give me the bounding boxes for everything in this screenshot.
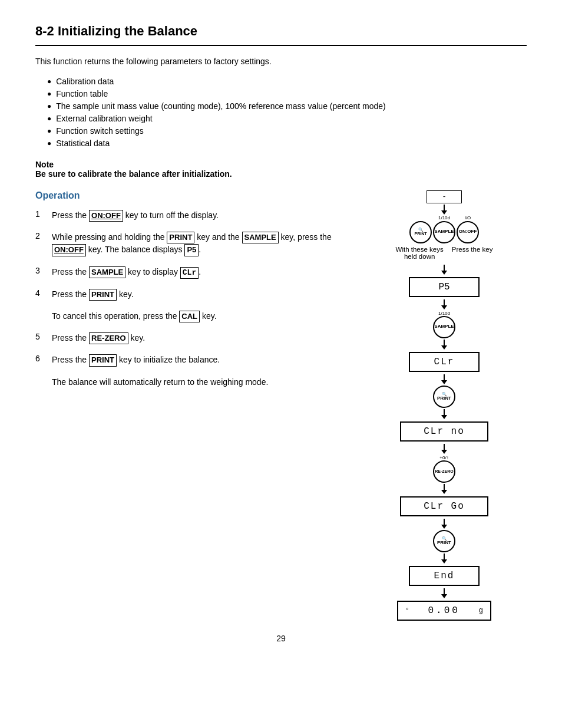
operation-right: - 🔍 PRINT 1/10d <box>362 190 527 622</box>
arrow-8 <box>441 484 447 494</box>
step-num-4: 4 <box>35 288 47 298</box>
operation-left: Operation 1 Press the ON:OFF key to turn… <box>35 190 350 622</box>
note-label: Note <box>35 160 527 169</box>
key-print-6: PRINT <box>89 354 117 366</box>
step-num-2: 2 <box>35 231 47 241</box>
onoff-key-circle: ON:OFF <box>457 221 479 243</box>
note-text: Be sure to calibrate the balance after i… <box>35 169 527 179</box>
arrow-7 <box>441 444 447 454</box>
sample-key-2-group: 1/10d SAMPLE <box>433 311 455 338</box>
degree-sym: ° <box>405 607 409 614</box>
list-item: Statistical data <box>47 139 527 148</box>
display-clr-no: CLr no <box>400 421 488 442</box>
key-print-4: PRINT <box>89 289 117 301</box>
key-onoff-2: ON:OFF <box>52 244 86 256</box>
sample-key-group: 1/10d SAMPLE <box>433 216 455 243</box>
step-text-6: Press the PRINT key to initialize the ba… <box>52 354 220 366</box>
bullet-list: Calibration data Function table The samp… <box>47 77 527 148</box>
step-5: 5 Press the RE-ZERO key. <box>35 332 350 344</box>
arrow-11 <box>441 588 447 598</box>
sample-key-2-label: SAMPLE <box>434 324 454 330</box>
step-6: 6 Press the PRINT key to initialize the … <box>35 354 350 366</box>
rezero-key-label: RE-ZERO <box>435 469 454 474</box>
arrow-1 <box>441 205 447 215</box>
key-sample-3: SAMPLE <box>89 266 125 278</box>
list-item: External calibration weight <box>47 114 527 123</box>
sample-key-circle: SAMPLE <box>433 221 455 243</box>
arrow-3 <box>441 299 447 309</box>
display-clr: CLr <box>180 267 199 279</box>
page-title: 8-2 Initializing the Balance <box>35 24 527 39</box>
step-num-5: 5 <box>35 332 47 341</box>
step-text-4: Press the PRINT key. <box>52 288 134 301</box>
step-text-2: While pressing and holding the PRINT key… <box>52 231 350 256</box>
caption-right: Press the key <box>452 246 493 260</box>
list-item: Function table <box>47 89 527 98</box>
display-p5-diagram: P5 <box>409 277 480 297</box>
rezero-key-group: +0/↑ RE-ZERO <box>433 455 455 483</box>
top-display-area: - 🔍 PRINT 1/10d <box>396 190 493 622</box>
unit-g: g <box>479 607 483 615</box>
note-section: Note Be sure to calibrate the balance af… <box>35 160 527 179</box>
arrow-6 <box>441 409 447 419</box>
key-onoff-1: ON:OFF <box>89 210 123 222</box>
print-key-2-circle: 🔍 PRINT <box>433 386 455 408</box>
page-number: 29 <box>35 634 527 643</box>
step-num-6: 6 <box>35 354 47 363</box>
print-key-label: PRINT <box>415 232 427 236</box>
operation-title: Operation <box>35 190 350 201</box>
step-text-5: Press the RE-ZERO key. <box>52 332 145 344</box>
key-cal: CAL <box>179 311 200 322</box>
key-sample-2: SAMPLE <box>242 232 279 243</box>
step-2: 2 While pressing and holding the PRINT k… <box>35 231 350 256</box>
display-p5: P5 <box>184 244 199 256</box>
small-display: - <box>427 190 462 203</box>
step-text-3: Press the SAMPLE key to display CLr. <box>52 266 201 279</box>
operation-section: Operation 1 Press the ON:OFF key to turn… <box>35 190 527 622</box>
arrow-5 <box>441 374 447 384</box>
arrow-4 <box>441 340 447 350</box>
diagram-container: - 🔍 PRINT 1/10d <box>362 190 527 622</box>
step-4: 4 Press the PRINT key. <box>35 288 350 301</box>
step-3: 3 Press the SAMPLE key to display CLr. <box>35 266 350 279</box>
onoff-key-group: I/O ON:OFF <box>457 216 479 243</box>
step-text-1: Press the ON:OFF key to turn off the dis… <box>52 209 219 222</box>
title-divider <box>35 45 527 46</box>
display-end: End <box>409 566 480 586</box>
keys-row-top: 🔍 PRINT 1/10d SAMPLE I/O ON:OFF <box>409 216 479 243</box>
list-item: Calibration data <box>47 77 527 86</box>
arrow-10 <box>441 554 447 564</box>
print-key-2-label: PRINT <box>437 396 451 401</box>
keys-caption: With these keysheld down Press the key <box>396 246 493 260</box>
step-1: 1 Press the ON:OFF key to turn off the d… <box>35 209 350 222</box>
intro-text: This function returns the following para… <box>35 57 527 66</box>
list-item: Function switch settings <box>47 126 527 136</box>
display-clr-go: CLr Go <box>400 496 488 516</box>
key-rezero: RE-ZERO <box>89 332 128 344</box>
onoff-key-label: ON:OFF <box>459 229 477 235</box>
sample-key-label: SAMPLE <box>434 229 454 235</box>
display-clr-diagram: CLr <box>409 352 480 372</box>
print-key-group: 🔍 PRINT <box>409 221 432 243</box>
print-key-3-label: PRINT <box>437 541 451 546</box>
list-item: The sample unit mass value (counting mod… <box>47 101 527 111</box>
arrow-2 <box>441 265 447 275</box>
print-key-circle: 🔍 PRINT <box>409 221 432 243</box>
display-final: ° 0.00 g <box>397 601 491 621</box>
sample-key-2-circle: SAMPLE <box>433 316 455 338</box>
cancel-note: To cancel this operation, press the CAL … <box>52 310 350 322</box>
balance-note: The balance will automatically return to… <box>52 376 350 388</box>
step-num-1: 1 <box>35 209 47 219</box>
rezero-key-circle: RE-ZERO <box>433 460 455 483</box>
final-value: 0.00 <box>428 605 460 616</box>
arrow-9 <box>441 519 447 529</box>
key-print-2: PRINT <box>167 232 194 243</box>
caption-left: With these keysheld down <box>396 246 444 260</box>
print-key-3-circle: 🔍 PRINT <box>433 530 455 552</box>
step-num-3: 3 <box>35 266 47 275</box>
